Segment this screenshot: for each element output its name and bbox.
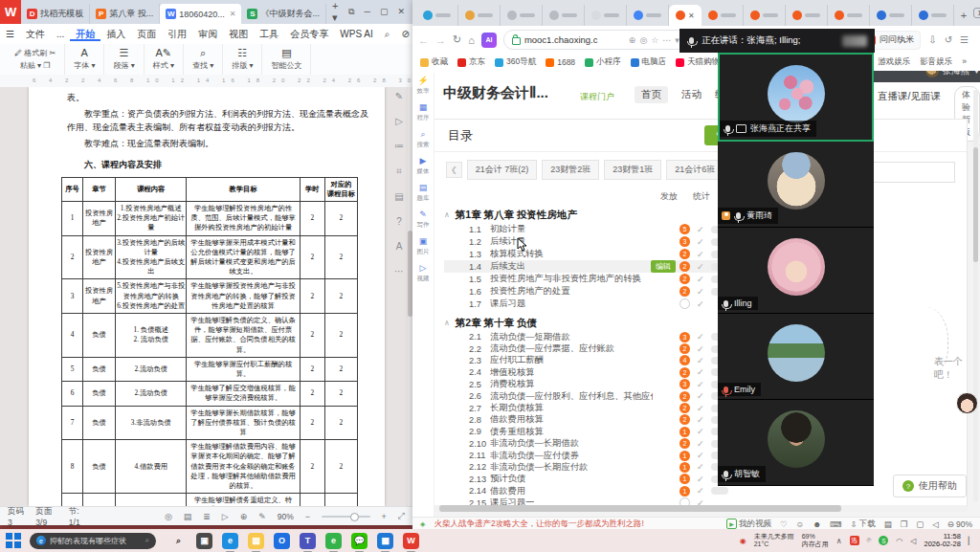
wps-menu-item[interactable]: 页面 (131, 28, 162, 41)
outline-icon[interactable]: ≔ (391, 141, 407, 151)
home-button[interactable]: ⌂ (468, 34, 475, 46)
spellcheck-icon[interactable]: ◎ (165, 512, 172, 521)
participant-tile[interactable]: 张海燕正在共享 (718, 53, 874, 142)
toc-item[interactable]: 2.5消费税核算3✓ (444, 379, 741, 390)
browser-tab[interactable] (744, 5, 786, 26)
zoom-in-button[interactable]: + (382, 512, 387, 521)
tab-close-icon[interactable]: ✕ (688, 11, 695, 20)
course-nav-item[interactable]: 活动 (681, 88, 702, 101)
toc-item[interactable]: 2.14借款费用1✓ (444, 485, 741, 497)
refresh-button[interactable]: ↻ (453, 33, 461, 46)
wps-menu-item[interactable]: 开始 (70, 28, 100, 41)
wps-document-tab[interactable]: S《中级财务会... (241, 4, 326, 24)
pin-window-icon[interactable]: ⧉ (348, 7, 354, 17)
toc-item[interactable]: 2.11非流动负债—应付债券1✓ (444, 450, 741, 461)
toc-item[interactable]: 1.7课后习题✓ (444, 298, 741, 310)
taskbar-app-wechat[interactable]: 💬 (351, 533, 368, 549)
course-nav-item[interactable]: 首页 (635, 86, 668, 103)
more-actions-icon[interactable]: ⋯ (662, 35, 671, 45)
chevron-down-icon[interactable]: ▼ (973, 71, 980, 75)
toolbar-label[interactable]: 样式 ▾ (153, 59, 174, 72)
side-panel-item[interactable]: ▶媒体 (417, 157, 430, 175)
taskbar-app-search[interactable]: ⌕ (170, 533, 187, 549)
hidden-icons-chevron[interactable]: ∧ (836, 537, 842, 545)
site-mascot-icon[interactable] (956, 392, 978, 414)
wps-menu-item[interactable]: 审阅 (192, 28, 223, 41)
toolbar-icon[interactable]: A✎ (156, 47, 172, 59)
toc-item[interactable]: 1.2后续计量3✓ (444, 235, 741, 248)
toc-item[interactable]: 2.3应付职工薪酬4✓ (444, 355, 741, 366)
bookmark-item[interactable]: 360导航 (495, 56, 536, 68)
download-manager-button[interactable]: ⇩下载 (851, 519, 876, 530)
wps-menu-item[interactable]: WPS AI (334, 29, 378, 39)
view-page-icon[interactable]: ▤ (184, 512, 192, 521)
toc-item[interactable]: 2.8借款费用核算2✓ (444, 414, 741, 426)
toolbar-icon[interactable]: ☷ (237, 47, 247, 59)
capture-icon[interactable]: ❐ (901, 519, 908, 529)
speaking-indicator-bar[interactable]: 正在讲话：张海燕; Illing; (679, 29, 875, 53)
new-tab-button[interactable]: + (954, 5, 973, 26)
toolbar-icon[interactable]: 🖉 格式刷 ✂ (14, 47, 56, 59)
toolbar-group[interactable]: ▤智能公文 (262, 44, 311, 75)
bookmark-folder[interactable]: » (962, 56, 967, 68)
tray-device-icon[interactable]: ⌾ (867, 536, 872, 545)
game-center-icon[interactable]: ⌨ (830, 519, 841, 529)
browser-tab[interactable] (828, 5, 870, 26)
participant-tile[interactable]: Emily (718, 314, 874, 400)
toolbar-label[interactable]: 字体 ▾ (74, 59, 95, 72)
side-panel-item[interactable]: ⌕搜索 (417, 130, 430, 148)
toolbar-icon[interactable]: ⌕ (200, 47, 206, 59)
zoom-out-button[interactable]: − (305, 512, 310, 521)
site-user-name[interactable]: 张海燕 (943, 71, 970, 77)
forward-button[interactable]: → (435, 34, 446, 46)
bookmark-folder[interactable]: 游戏娱乐 (878, 56, 910, 68)
toolbar-group[interactable]: ⌕查找 ▾ (184, 44, 223, 75)
document-page[interactable]: 表。 教学重点：资产负债表的列报方法、利润表的列报方法、现金流量表概念及作用、现… (29, 87, 385, 506)
wps-menu-item[interactable]: 工具 (254, 28, 284, 41)
favorite-heart-icon[interactable]: ♡ (780, 519, 788, 529)
bookmark-item[interactable]: 电脑店 (631, 56, 667, 68)
web-view-icon[interactable]: ⊕ (240, 512, 248, 521)
help-button[interactable]: ?使用帮助 (893, 475, 967, 497)
row-edit-button[interactable]: 编辑 (651, 260, 676, 273)
wps-logo-icon[interactable]: W (0, 0, 21, 24)
class-tab[interactable]: 23财管2班 (542, 160, 599, 180)
reader-icon[interactable]: ◎ (639, 35, 647, 45)
ribbon-search-icon[interactable]: ⌕ (379, 29, 396, 40)
taskbar-app-photos[interactable]: ▩ (377, 533, 393, 549)
wps-menu-item[interactable]: 会员专享 (284, 28, 334, 41)
wifi-icon[interactable]: ◠ (896, 537, 902, 545)
minimize-button[interactable]: ─ (365, 7, 370, 17)
taskbar-app-outlook[interactable]: O (274, 533, 290, 549)
live-class-link[interactable]: 直播课/见面课 (878, 90, 941, 103)
side-panel-item[interactable]: ⚡效率 (417, 77, 430, 95)
side-panel-item[interactable]: ▦程序 (417, 103, 430, 121)
toc-item[interactable]: 1.6投资性房地产的处置2✓ (444, 285, 741, 298)
menu-icon[interactable]: ☰ (960, 34, 969, 45)
page-vertical-scrollbar[interactable] (973, 90, 978, 501)
toc-item[interactable]: 2.2流动负债—应付票据、应付账款2✓ (444, 342, 741, 354)
toolbar-group[interactable]: A字体 ▾ (65, 44, 104, 75)
tab-count-badge[interactable]: 12 (973, 8, 980, 18)
side-panel-item[interactable]: ✎写作 (417, 210, 430, 229)
taskbar-clock[interactable]: 11:582026-02-28 (924, 533, 960, 549)
volume-icon[interactable]: ◁ (932, 519, 939, 529)
bookmark-star-icon[interactable]: ☆ (651, 35, 658, 45)
wps-menu-item[interactable]: 引用 (162, 28, 192, 41)
bookmark-item[interactable]: 天猫购物 (676, 56, 720, 68)
url-text[interactable]: mooc1.chaoxing.c (524, 34, 598, 45)
browser-tab[interactable] (702, 5, 744, 26)
select-arrow-icon[interactable]: ▷ (391, 116, 407, 126)
browser-tab[interactable]: ✕ (669, 5, 702, 26)
participant-tile[interactable]: 黄雨琦 (718, 142, 874, 228)
course-portal-link[interactable]: 课程门户 (580, 91, 614, 103)
toolbar-group[interactable]: ☰段落 ▾ (104, 44, 144, 75)
close-tab-icon[interactable]: ✕ (230, 10, 236, 18)
browser-tab[interactable] (416, 5, 458, 26)
bookmark-folder[interactable]: 影音娱乐 (920, 56, 952, 68)
tray-thunder-icon[interactable]: 迅 (850, 536, 859, 545)
taskbar-app-wps[interactable]: W (403, 533, 419, 549)
page-horizontal-scrollbar[interactable] (426, 505, 968, 512)
wps-document-tab[interactable]: P第八章 投... (90, 4, 160, 24)
maximize-button[interactable]: ▢ (380, 7, 389, 17)
